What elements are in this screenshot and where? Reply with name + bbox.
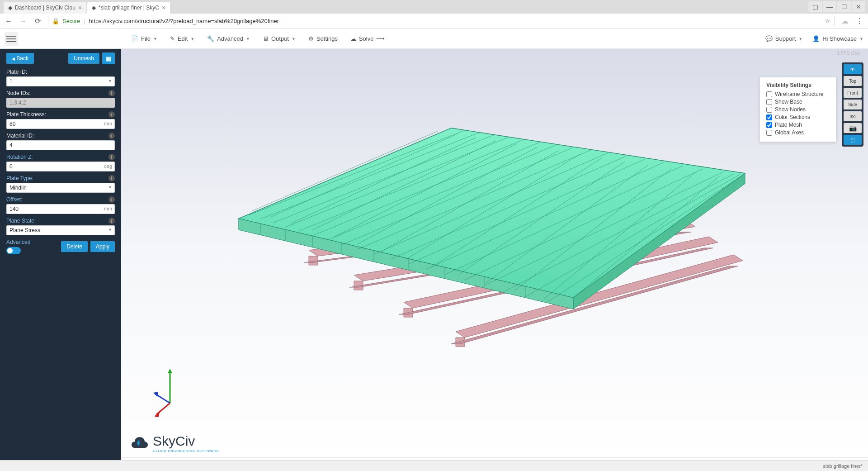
plane-state-select[interactable] bbox=[6, 225, 115, 235]
browser-tab-strip: ◆ Dashboard | SkyCiv Clou × ◆ *slab gril… bbox=[0, 0, 868, 14]
visibility-wireframe[interactable]: Wireframe Structure bbox=[766, 91, 830, 97]
svg-line-63 bbox=[156, 394, 170, 403]
info-icon[interactable]: i bbox=[108, 111, 115, 118]
visibility-color-sections[interactable]: Color Sections bbox=[766, 114, 830, 120]
material-id-field[interactable] bbox=[6, 140, 115, 150]
plate-id-select[interactable] bbox=[6, 76, 115, 86]
rotation-z-field[interactable] bbox=[6, 162, 115, 171]
offset-label: Offset: bbox=[6, 196, 22, 203]
checkbox[interactable] bbox=[766, 99, 772, 105]
visibility-global-axes[interactable]: Global Axes bbox=[766, 129, 830, 136]
chevron-down-icon: ▼ bbox=[153, 37, 157, 41]
chevron-down-icon: ▼ bbox=[190, 37, 194, 41]
svg-line-65 bbox=[156, 403, 170, 414]
menu-solve[interactable]: ☁Solve⟶ bbox=[350, 35, 385, 42]
plate-type-select[interactable] bbox=[6, 183, 115, 193]
extension-icon[interactable]: ☁ bbox=[841, 17, 849, 25]
view-front-button[interactable]: Front bbox=[844, 88, 862, 98]
profile-icon[interactable]: ▢ bbox=[808, 1, 822, 12]
plate-thickness-label: Plate Thickness: bbox=[6, 111, 46, 118]
url-field[interactable]: 🔒 Secure | https://skyciv.com/structural… bbox=[48, 16, 835, 26]
info-icon[interactable]: i bbox=[108, 133, 115, 139]
plane-state-label: Plane State: bbox=[6, 218, 36, 224]
fps-readout: 1 FPS (1/s) bbox=[837, 51, 860, 56]
property-sidebar: ◀ Back Unmesh ▦ Plate ID: ▼ Node IDs:i P… bbox=[0, 49, 121, 471]
chevron-down-icon: ▼ bbox=[292, 37, 296, 41]
view-top-button[interactable]: Top bbox=[844, 76, 862, 86]
visibility-nodes[interactable]: Show Nodes bbox=[766, 106, 830, 113]
chevron-left-icon: ◀ bbox=[12, 57, 15, 61]
info-icon[interactable]: i bbox=[108, 196, 115, 203]
cube-icon[interactable]: ⬚ bbox=[844, 135, 862, 145]
back-icon[interactable]: ← bbox=[5, 17, 13, 25]
visibility-base[interactable]: Show Base bbox=[766, 99, 830, 105]
structural-model bbox=[203, 94, 768, 357]
delete-button[interactable]: Delete bbox=[61, 241, 88, 252]
camera-icon[interactable]: 📷 bbox=[844, 123, 862, 133]
tab-title: *slab grillage finer | SkyC bbox=[99, 5, 159, 11]
menu-edit[interactable]: ✎Edit▼ bbox=[170, 35, 194, 42]
menu-right: 💬Support▼ 👤Hi Showcase▼ bbox=[765, 35, 863, 42]
unmesh-button[interactable]: Unmesh bbox=[68, 53, 99, 64]
checkbox[interactable] bbox=[766, 114, 772, 120]
window-controls: ▢ — ☐ ✕ bbox=[808, 0, 868, 14]
cloud-icon: ☁ bbox=[350, 35, 356, 42]
visibility-plate-mesh[interactable]: Plate Mesh bbox=[766, 122, 830, 128]
visibility-panel: Visibility Settings Wireframe Structure … bbox=[760, 77, 836, 142]
menu-settings[interactable]: ⚙Settings bbox=[308, 35, 338, 42]
unit-label: deg bbox=[104, 163, 112, 169]
monitor-icon: 🖥 bbox=[263, 35, 269, 42]
chevron-down-icon: ▼ bbox=[246, 37, 250, 41]
view-toolbar: 👁 Top Front Side Iso 📷 ⬚ bbox=[842, 62, 863, 147]
info-icon[interactable]: i bbox=[108, 154, 115, 160]
menu-advanced[interactable]: 🔧Advanced▼ bbox=[207, 35, 250, 42]
secure-label: Secure bbox=[63, 18, 80, 24]
plate-thickness-field[interactable] bbox=[6, 119, 115, 129]
checkbox[interactable] bbox=[766, 130, 772, 136]
checkbox[interactable] bbox=[766, 107, 772, 113]
menu-output[interactable]: 🖥Output▼ bbox=[263, 35, 296, 42]
browser-tab[interactable]: ◆ *slab grillage finer | SkyC × bbox=[87, 2, 170, 14]
close-icon[interactable]: × bbox=[78, 4, 82, 11]
view-side-button[interactable]: Side bbox=[844, 100, 862, 109]
tab-favicon: ◆ bbox=[8, 5, 12, 11]
forward-icon[interactable]: → bbox=[19, 17, 27, 25]
node-ids-field bbox=[6, 98, 115, 108]
pencil-icon: ✎ bbox=[170, 35, 175, 42]
visibility-title: Visibility Settings bbox=[766, 82, 830, 88]
menu-group: 📄File▼ ✎Edit▼ 🔧Advanced▼ 🖥Output▼ ⚙Setti… bbox=[131, 35, 385, 42]
status-filename: slab grillage finer* bbox=[823, 463, 863, 469]
user-icon: 👤 bbox=[812, 35, 820, 42]
view-iso-button[interactable]: Iso bbox=[844, 111, 862, 121]
axis-indicator bbox=[152, 367, 188, 417]
viewport-3d[interactable]: 1 FPS (1/s) bbox=[121, 49, 868, 457]
advanced-toggle[interactable] bbox=[6, 247, 21, 254]
bookmark-icon[interactable]: ☆ bbox=[825, 18, 830, 24]
reload-icon[interactable]: ⟳ bbox=[33, 17, 42, 25]
offset-field[interactable] bbox=[6, 204, 115, 214]
close-icon[interactable]: × bbox=[162, 4, 165, 11]
minimize-button[interactable]: — bbox=[823, 1, 836, 12]
file-icon: 📄 bbox=[131, 35, 138, 42]
checkbox[interactable] bbox=[766, 91, 772, 97]
info-icon[interactable]: i bbox=[108, 175, 115, 181]
browser-tab[interactable]: ◆ Dashboard | SkyCiv Clou × bbox=[4, 2, 86, 14]
info-icon[interactable]: i bbox=[108, 90, 115, 96]
menu-icon[interactable]: ⋮ bbox=[855, 17, 863, 25]
menu-support[interactable]: 💬Support▼ bbox=[765, 35, 802, 42]
info-icon[interactable]: i bbox=[108, 218, 115, 224]
back-button[interactable]: ◀ Back bbox=[6, 53, 34, 64]
menu-user[interactable]: 👤Hi Showcase▼ bbox=[812, 35, 863, 42]
lock-icon: 🔒 bbox=[52, 18, 59, 24]
eye-icon[interactable]: 👁 bbox=[844, 64, 862, 74]
checkbox[interactable] bbox=[766, 122, 772, 128]
svg-marker-66 bbox=[154, 412, 160, 417]
close-button[interactable]: ✕ bbox=[852, 1, 865, 12]
svg-marker-14 bbox=[239, 128, 745, 298]
apply-button[interactable]: Apply bbox=[90, 241, 115, 252]
tab-title: Dashboard | SkyCiv Clou bbox=[15, 5, 75, 11]
grid-icon[interactable]: ▦ bbox=[102, 52, 115, 64]
maximize-button[interactable]: ☐ bbox=[837, 1, 851, 12]
menu-file[interactable]: 📄File▼ bbox=[131, 35, 157, 42]
hamburger-icon[interactable] bbox=[5, 32, 18, 46]
